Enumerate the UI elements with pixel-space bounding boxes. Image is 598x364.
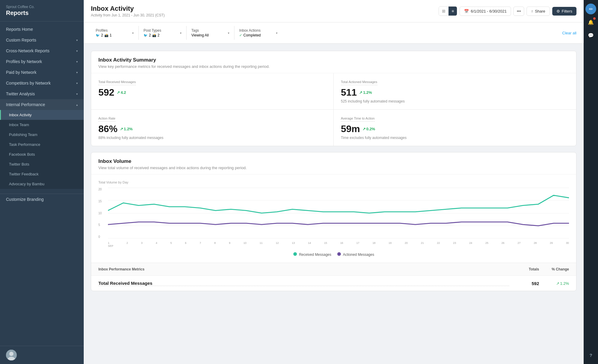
compose-icon-button[interactable]: ✏ [585,4,596,14]
filter-value: 🐦 2 📸 2 [144,33,161,37]
chart-container: 20 15 10 5 0 [98,188,569,247]
table-header-totals: Totals [509,267,539,271]
nav-label: Reports Home [6,27,33,32]
compose-icon: ✏ [589,6,593,12]
metric-value: 511 ↗ 1.2% [341,87,569,98]
sidebar-item-facebook-bots[interactable]: Facebook Bots [0,149,84,159]
sidebar-item-inbox-activity[interactable]: Inbox Activity [0,110,84,120]
volume-subtitle: View total volume of received messages a… [98,166,569,170]
sidebar-item-twitter-bots[interactable]: Twitter Bots [0,159,84,169]
metric-label: Total Actioned Messages [341,80,377,85]
grid-view-button[interactable]: ⊞ [439,7,448,16]
chevron-up-icon: ▴ [76,103,78,106]
chevron-down-icon: ▾ [180,31,181,35]
left-sidebar: Sprout Coffee Co. Reports Reports Home C… [0,0,84,364]
row-change: ↗ 1.2% [539,281,569,286]
sidebar-navigation: Reports Home Custom Reports ▾ Cross-Netw… [0,22,84,346]
sidebar-item-twitter-analysis[interactable]: Twitter Analysis ▾ [0,88,84,99]
sidebar-item-profiles-by-network[interactable]: Profiles by Network ▾ [0,56,84,67]
metric-avg-time: Average Time to Action 59m ↗ 0.2% Time e… [334,110,576,146]
sidebar-item-paid-by-network[interactable]: Paid by Network ▾ [0,67,84,78]
chart-label: Total Volume by Day [98,181,569,184]
trend-up-icon: ↗ 4.2 [117,90,126,95]
filter-content: Post Types 🐦 2 📸 2 [144,28,161,37]
user-avatar[interactable] [6,350,17,360]
page-header: Inbox Activity Activity from Jun 1, 2021… [84,0,584,22]
chevron-down-icon: ▾ [228,31,229,35]
chart-svg [108,188,569,238]
legend-label-received: Received Messages [299,253,331,257]
filter-content: Profiles 🐦 2 📸 1 [96,28,112,37]
post-types-filter[interactable]: Post Types 🐦 2 📸 2 ▾ [139,26,187,40]
main-content: Inbox Activity Activity from Jun 1, 2021… [84,0,584,364]
metric-value: 59m ↗ 0.2% [341,123,569,134]
chevron-down-icon: ▾ [76,82,78,85]
inbox-actions-filter[interactable]: Inbox Actions ✓ Completed ▾ [234,26,282,40]
notification-badge [593,17,596,20]
sidebar-footer [0,346,84,364]
chevron-down-icon: ▾ [76,60,78,63]
nav-label: Customize Branding [6,197,44,202]
sidebar-item-twitter-feedback[interactable]: Twitter Feedback [0,169,84,179]
more-options-button[interactable]: ••• [513,7,524,16]
right-sidebar: ✏ 🔔 💬 ? [584,0,598,364]
nav-label: Paid by Network [6,70,36,75]
legend-received: Received Messages [293,252,331,257]
company-name: Sprout Coffee Co. [6,5,78,9]
sidebar-item-competitors-by-network[interactable]: Competitors by Network ▾ [0,78,84,88]
help-button[interactable]: ? [585,350,596,360]
metric-total-received: Total Received Messages 592 ↗ 4.2 [91,73,334,110]
sidebar-item-inbox-team[interactable]: Inbox Team [0,120,84,130]
metric-value: 592 ↗ 4.2 [98,87,326,98]
nav-label: Custom Reports [6,38,36,42]
messages-button[interactable]: 💬 [585,30,596,41]
sidebar-item-task-performance[interactable]: Task Performance [0,140,84,149]
table-header-label: Inbox Performance Metrics [98,267,509,271]
chart-x-labels: 1SEP234567891011121314151617181920212223… [108,240,569,247]
sidebar-item-reports-home[interactable]: Reports Home [0,24,84,35]
sidebar-item-publishing-team[interactable]: Publishing Team [0,130,84,140]
filter-bar: Profiles 🐦 2 📸 1 ▾ Post Types 🐦 2 📸 2 [84,22,584,44]
date-range-label: 6/1/2021 - 6/30/2021 [471,9,507,13]
twitter-icon: 🐦 [96,33,100,37]
trend-up-icon: ↗ 1.2% [120,127,133,131]
metric-label: Total Received Messages [98,80,136,85]
filter-content: Inbox Actions ✓ Completed [239,28,261,37]
volume-card-header: Inbox Volume View total volume of receiv… [91,152,576,175]
filter-icon: ⚙ [556,9,560,13]
chart-area: 1SEP234567891011121314151617181920212223… [108,188,569,247]
metric-sub: 525 including fully automated messages [341,99,569,103]
chart-y-labels: 20 15 10 5 0 [98,188,107,238]
help-icon: ? [589,353,592,358]
sidebar-item-advocacy-bambu[interactable]: Advocacy by Bambu [0,179,84,189]
chevron-down-icon: ▾ [76,39,78,42]
nav-label: Cross-Network Reports [6,48,49,53]
sidebar-item-custom-reports[interactable]: Custom Reports ▾ [0,35,84,45]
sidebar-item-customize-branding[interactable]: Customize Branding [0,194,84,205]
list-view-button[interactable]: ≡ [448,7,457,16]
tags-filter[interactable]: Tags Viewing All ▾ [187,26,234,40]
notifications-button[interactable]: 🔔 [585,17,596,27]
share-icon: ↑ [531,9,533,13]
profiles-filter[interactable]: Profiles 🐦 2 📸 1 ▾ [91,26,139,40]
nav-label: Competitors by Network [6,81,51,85]
sidebar-item-cross-network[interactable]: Cross-Network Reports ▾ [0,45,84,56]
trend-up-icon: ↗ 1.2% [359,90,372,95]
row-label: Total Received Messages [98,281,509,286]
chart-legend: Received Messages Actioned Messages [98,252,569,257]
legend-dot-actioned [337,252,341,256]
legend-actioned: Actioned Messages [337,252,374,257]
content-area: Inbox Activity Summary View key performa… [84,44,584,364]
metric-total-actioned: Total Actioned Messages 511 ↗ 1.2% 525 i… [334,73,576,110]
twitter-icon: 🐦 [144,33,148,37]
share-button[interactable]: ↑ Share [527,7,550,16]
legend-dot-received [293,252,297,256]
legend-label-actioned: Actioned Messages [343,253,374,257]
sidebar-item-internal-performance[interactable]: Internal Performance ▴ [0,99,84,110]
trend-up-icon: ↗ [556,281,559,286]
volume-card: Inbox Volume View total volume of receiv… [91,152,576,291]
filters-button[interactable]: ⚙ Filters [552,7,576,16]
nav-label: Internal Performance [6,102,45,107]
clear-all-button[interactable]: Clear all [562,28,576,38]
date-range-button[interactable]: 📅 6/1/2021 - 6/30/2021 [460,7,511,16]
